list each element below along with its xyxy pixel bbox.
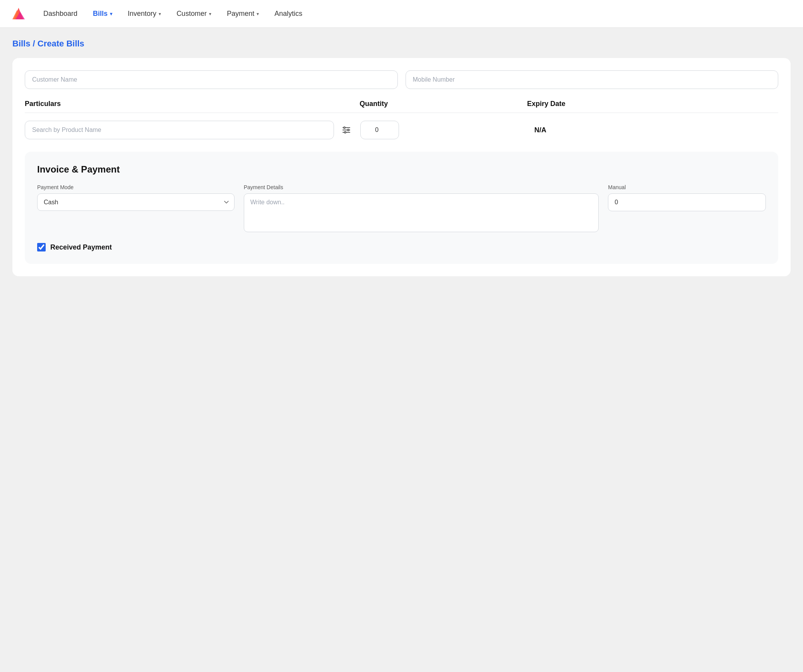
- manual-input[interactable]: [608, 193, 766, 211]
- breadcrumb: Bills / Create Bills: [12, 39, 791, 49]
- nav-item-bills[interactable]: Bills ▾: [87, 7, 118, 21]
- product-search-input[interactable]: [25, 121, 334, 139]
- particulars-header: Particulars: [25, 100, 360, 108]
- quantity-cell: [360, 121, 525, 139]
- payment-details-textarea[interactable]: [244, 193, 599, 232]
- received-payment-row: Received Payment: [37, 243, 766, 251]
- main-content: Bills / Create Bills Particulars Quantit…: [0, 28, 803, 672]
- mobile-number-input[interactable]: [406, 70, 779, 89]
- filter-icon-button[interactable]: [339, 122, 354, 138]
- product-table-headers: Particulars Quantity Expiry Date: [25, 100, 778, 113]
- nav-item-analytics[interactable]: Analytics: [268, 7, 308, 21]
- customer-inputs-row: [25, 70, 778, 89]
- manual-label: Manual: [608, 184, 766, 190]
- payment-chevron-icon: ▾: [257, 11, 259, 17]
- bills-chevron-icon: ▾: [110, 11, 112, 17]
- app-logo[interactable]: [9, 5, 28, 23]
- quantity-input[interactable]: [360, 121, 399, 139]
- nav-item-inventory[interactable]: Inventory ▾: [122, 7, 167, 21]
- quantity-header: Quantity: [360, 100, 527, 108]
- manual-field: Manual: [608, 184, 766, 234]
- invoice-title: Invoice & Payment: [37, 164, 766, 175]
- invoice-payment-card: Invoice & Payment Payment Mode Cash Card…: [25, 152, 778, 264]
- customer-name-input[interactable]: [25, 70, 398, 89]
- svg-point-8: [344, 132, 346, 133]
- search-filter-group: [25, 121, 354, 139]
- navbar: Dashboard Bills ▾ Inventory ▾ Customer ▾…: [0, 0, 803, 28]
- received-payment-checkbox[interactable]: [37, 243, 46, 251]
- customer-chevron-icon: ▾: [209, 11, 211, 17]
- received-payment-label[interactable]: Received Payment: [50, 243, 112, 251]
- inventory-chevron-icon: ▾: [159, 11, 161, 17]
- expiry-date-value: N/A: [531, 126, 778, 134]
- product-row: N/A: [25, 121, 778, 139]
- svg-point-7: [348, 129, 349, 131]
- payment-mode-label: Payment Mode: [37, 184, 235, 190]
- customer-form-card: Particulars Quantity Expiry Date: [12, 58, 791, 276]
- payment-grid: Payment Mode Cash Card UPI Bank Transfer…: [37, 184, 766, 234]
- payment-details-field: Payment Details: [244, 184, 599, 234]
- expiry-date-header: Expiry Date: [527, 100, 778, 108]
- nav-item-dashboard[interactable]: Dashboard: [37, 7, 84, 21]
- filter-icon: [342, 125, 351, 135]
- nav-item-payment[interactable]: Payment ▾: [221, 7, 265, 21]
- payment-mode-field: Payment Mode Cash Card UPI Bank Transfer: [37, 184, 235, 234]
- payment-mode-select[interactable]: Cash Card UPI Bank Transfer: [37, 193, 235, 211]
- nav-item-customer[interactable]: Customer ▾: [170, 7, 217, 21]
- payment-details-label: Payment Details: [244, 184, 599, 190]
- svg-point-6: [344, 127, 345, 128]
